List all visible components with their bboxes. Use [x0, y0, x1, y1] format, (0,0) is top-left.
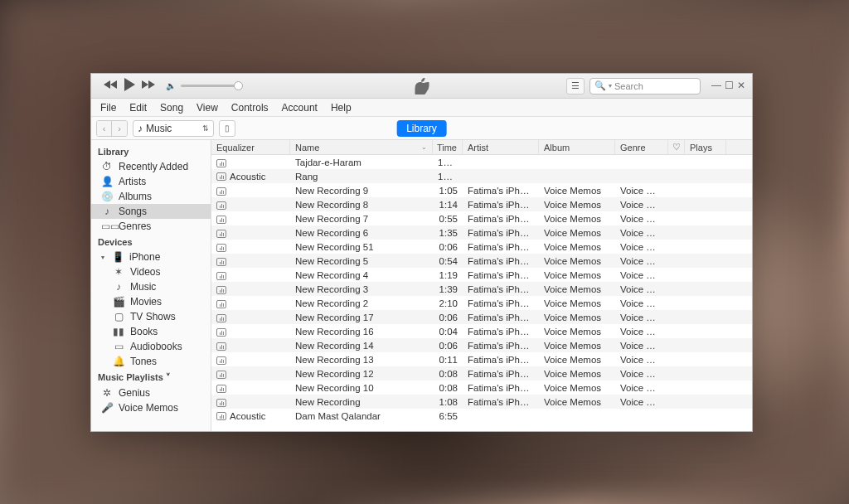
- cell-name: New Recording 12: [290, 369, 433, 379]
- menu-controls[interactable]: Controls: [226, 100, 274, 115]
- sidebar-item-albums[interactable]: 💿Albums: [91, 189, 211, 204]
- table-row[interactable]: AcousticRang11:58: [211, 169, 752, 183]
- col-name[interactable]: Name⌄: [290, 140, 433, 154]
- sidebar-item-iphone[interactable]: ▾📱iPhone: [91, 250, 211, 264]
- table-row[interactable]: Tajdar-e-Haram10:28: [211, 155, 752, 169]
- sidebar-item-tv-shows[interactable]: ▢TV Shows: [91, 309, 211, 324]
- cell-artist: Fatima's iPhone: [463, 383, 539, 393]
- menu-view[interactable]: View: [191, 100, 224, 115]
- col-plays[interactable]: Plays: [685, 140, 726, 154]
- library-tab[interactable]: Library: [396, 120, 447, 137]
- menu-file[interactable]: File: [95, 100, 122, 115]
- sidebar-icon: ✲: [101, 387, 113, 399]
- col-time[interactable]: Time: [433, 140, 463, 154]
- cell-genre: Voice Memo: [615, 369, 668, 379]
- close-button[interactable]: ✕: [735, 80, 747, 92]
- play-button[interactable]: [123, 77, 136, 94]
- itunes-window: 🔈 ☰ 🔍 ▾ Search — ☐ ✕ FileEditSongViewCon…: [90, 73, 753, 432]
- menu-song[interactable]: Song: [154, 100, 189, 115]
- sidebar-item-recently-added[interactable]: ⏱Recently Added: [91, 159, 211, 174]
- sidebar-item-genius[interactable]: ✲Genius: [91, 385, 211, 400]
- table-header: Equalizer Name⌄ Time Artist Album Genre …: [211, 140, 752, 155]
- table-row[interactable]: New Recording 510:06Fatima's iPhoneVoice…: [211, 240, 752, 254]
- table-row[interactable]: New Recording 160:04Fatima's iPhoneVoice…: [211, 324, 752, 338]
- sidebar-item-songs[interactable]: ♪Songs: [91, 204, 211, 219]
- sidebar-item-voice-memos[interactable]: 🎤Voice Memos: [91, 400, 211, 415]
- sidebar-item-genres[interactable]: ▭▭Genres: [91, 219, 211, 234]
- cell-genre: Voice Memo: [615, 256, 668, 266]
- sidebar-item-music[interactable]: ♪Music: [91, 279, 211, 294]
- table-row[interactable]: New Recording 70:55Fatima's iPhoneVoice …: [211, 211, 752, 225]
- table-row[interactable]: New Recording 100:08Fatima's iPhoneVoice…: [211, 380, 752, 395]
- sidebar-item-movies[interactable]: 🎬Movies: [91, 294, 211, 309]
- previous-button[interactable]: [103, 80, 118, 92]
- cell-eq: [211, 327, 290, 337]
- cell-genre: Voice Memo: [615, 341, 668, 351]
- cell-artist: Fatima's iPhone: [463, 284, 539, 294]
- cell-genre: Voice Memo: [615, 242, 668, 252]
- table-row[interactable]: New Recording 91:05Fatima's iPhoneVoice …: [211, 183, 752, 197]
- table-row[interactable]: New Recording 61:35Fatima's iPhoneVoice …: [211, 225, 752, 240]
- table-row[interactable]: New Recording 31:39Fatima's iPhoneVoice …: [211, 282, 752, 296]
- cell-album: Voice Memos: [539, 228, 615, 238]
- device-button[interactable]: ▯: [219, 120, 235, 137]
- next-button[interactable]: [141, 80, 156, 92]
- table-row[interactable]: New Recording 130:11Fatima's iPhoneVoice…: [211, 352, 752, 366]
- table-row[interactable]: New Recording 41:19Fatima's iPhoneVoice …: [211, 268, 752, 282]
- search-input[interactable]: 🔍 ▾ Search: [589, 78, 701, 94]
- sidebar-item-audiobooks[interactable]: ▭Audiobooks: [91, 339, 211, 354]
- cell-eq: [211, 313, 290, 322]
- col-artist[interactable]: Artist: [463, 140, 539, 154]
- cell-name: New Recording 17: [290, 313, 433, 322]
- cell-album: Voice Memos: [539, 327, 615, 337]
- source-label: Music: [146, 123, 172, 134]
- minimize-button[interactable]: —: [711, 80, 722, 92]
- cell-eq: [211, 270, 290, 280]
- table-row[interactable]: New Recording 140:06Fatima's iPhoneVoice…: [211, 338, 752, 352]
- table-row[interactable]: New Recording1:08Fatima's iPhoneVoice Me…: [211, 395, 752, 409]
- table-row[interactable]: New Recording 81:14Fatima's iPhoneVoice …: [211, 197, 752, 211]
- cell-time: 0:11: [433, 355, 463, 365]
- source-selector[interactable]: ♪ Music ⇅: [133, 120, 214, 137]
- menu-edit[interactable]: Edit: [124, 100, 153, 115]
- volume-slider[interactable]: 🔈: [166, 81, 244, 90]
- nav-back-button[interactable]: ‹: [97, 121, 112, 136]
- table-row[interactable]: New Recording 170:06Fatima's iPhoneVoice…: [211, 310, 752, 324]
- col-loved[interactable]: ♡: [668, 140, 685, 154]
- equalizer-icon: [216, 342, 226, 351]
- cell-time: 1:08: [433, 397, 463, 407]
- table-row[interactable]: New Recording 50:54Fatima's iPhoneVoice …: [211, 254, 752, 268]
- sidebar-item-tones[interactable]: 🔔Tones: [91, 354, 211, 369]
- cell-album: Voice Memos: [539, 313, 615, 322]
- cell-name: New Recording 51: [290, 242, 433, 252]
- equalizer-icon: [216, 172, 226, 181]
- cell-genre: Voice Memo: [615, 313, 668, 322]
- cell-name: New Recording 10: [290, 383, 433, 393]
- sidebar-item-books[interactable]: ▮▮Books: [91, 324, 211, 339]
- disclosure-triangle-icon[interactable]: ▾: [101, 254, 104, 261]
- cell-genre: Voice Memo: [615, 298, 668, 308]
- table-row[interactable]: AcousticDam Mast Qalandar6:55: [211, 409, 752, 423]
- nav-forward-button[interactable]: ›: [112, 121, 127, 136]
- view-list-button[interactable]: ☰: [566, 78, 585, 94]
- menu-account[interactable]: Account: [276, 100, 323, 115]
- maximize-button[interactable]: ☐: [723, 80, 735, 92]
- cell-time: 0:06: [433, 313, 463, 322]
- equalizer-icon: [216, 385, 226, 393]
- table-row[interactable]: New Recording 120:08Fatima's iPhoneVoice…: [211, 366, 752, 380]
- table-body: Tajdar-e-Haram10:28AcousticRang11:58New …: [211, 155, 752, 431]
- col-genre[interactable]: Genre: [615, 140, 668, 154]
- sidebar-item-artists[interactable]: 👤Artists: [91, 174, 211, 189]
- cell-name: New Recording 7: [290, 214, 433, 224]
- table-row[interactable]: New Recording 22:10Fatima's iPhoneVoice …: [211, 296, 752, 310]
- sidebar-item-label: Artists: [119, 176, 146, 187]
- search-icon: 🔍: [594, 80, 606, 91]
- cell-album: Voice Memos: [539, 298, 615, 308]
- sidebar-icon: 💿: [101, 191, 113, 202]
- col-album[interactable]: Album: [539, 140, 615, 154]
- sidebar-item-videos[interactable]: ✶Videos: [91, 264, 211, 279]
- col-equalizer[interactable]: Equalizer: [211, 140, 290, 154]
- equalizer-icon: [216, 258, 226, 266]
- cell-genre: Voice Memo: [615, 200, 668, 210]
- menu-help[interactable]: Help: [325, 100, 357, 115]
